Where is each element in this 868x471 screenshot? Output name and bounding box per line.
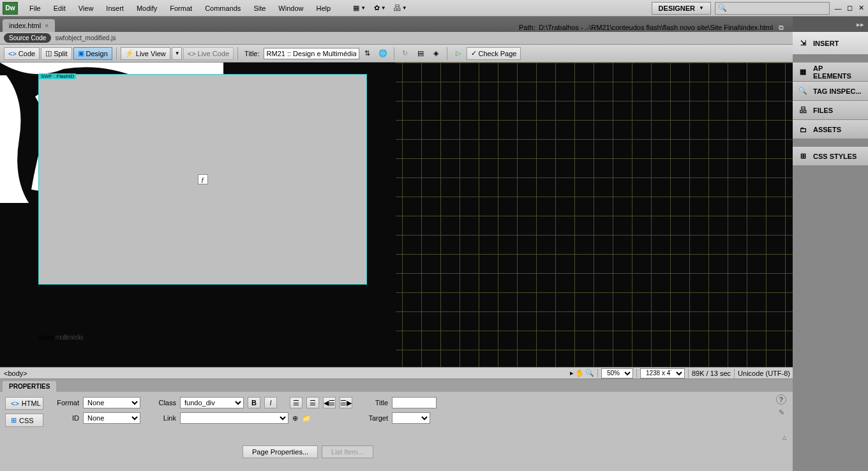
app-logo-icon: Dw bbox=[3, 2, 18, 15]
view-options-icon[interactable]: ▤ bbox=[414, 47, 428, 60]
menubar: Dw File Edit View Insert Modify Format C… bbox=[0, 0, 868, 17]
flash-label: SWF : FlashID bbox=[39, 73, 76, 79]
extensions-icon[interactable]: ✿▼ bbox=[370, 2, 389, 15]
document-path: Path: D:\Trabalhos - .-\RM21\conteudos f… bbox=[519, 24, 793, 32]
main-area: designmultimédia SWF : FlashID ƒ bbox=[0, 63, 793, 367]
check-page-button[interactable]: ✓Check Page bbox=[467, 47, 521, 60]
live-code-icon: <> bbox=[188, 50, 196, 57]
target-select[interactable] bbox=[392, 412, 430, 424]
validate-icon[interactable]: ▷ bbox=[451, 47, 465, 60]
page-title-input[interactable] bbox=[264, 48, 359, 59]
browse-folder-icon[interactable]: 📁 bbox=[302, 414, 311, 422]
outdent-button[interactable]: ◀☰ bbox=[323, 397, 336, 408]
title-label: Title: bbox=[244, 50, 259, 57]
menu-site[interactable]: Site bbox=[247, 2, 272, 15]
format-label: Format bbox=[54, 399, 79, 407]
document-tab[interactable]: index.html × bbox=[3, 19, 55, 32]
related-file-link[interactable]: swfobject_modified.js bbox=[55, 34, 116, 41]
code-icon: <> bbox=[8, 50, 17, 57]
page-properties-button[interactable]: Page Properties... bbox=[243, 445, 318, 458]
document-tab-bar: index.html × Path: D:\Trabalhos - .-\RM2… bbox=[0, 17, 793, 32]
menu-view[interactable]: View bbox=[72, 2, 100, 15]
format-select[interactable]: None bbox=[83, 397, 140, 408]
link-input[interactable] bbox=[180, 412, 288, 424]
panel-ap-elements[interactable]: ▦ AP ELEMENTS bbox=[793, 63, 868, 82]
site-icon[interactable]: 品▼ bbox=[391, 2, 410, 15]
close-icon[interactable]: ✕ bbox=[857, 4, 865, 13]
split-icon: ◫ bbox=[45, 49, 52, 57]
menu-edit[interactable]: Edit bbox=[47, 2, 72, 15]
italic-button[interactable]: I bbox=[264, 397, 277, 408]
design-canvas[interactable]: designmultimédia SWF : FlashID ƒ bbox=[0, 63, 793, 367]
split-view-button[interactable]: ◫Split bbox=[41, 47, 71, 60]
visual-aids-icon[interactable]: ◈ bbox=[429, 47, 443, 60]
document-toolbar: <>Code ◫Split ▣Design ⚡Live View ▼ <>Liv… bbox=[0, 45, 793, 63]
zoom-select[interactable]: 50% bbox=[601, 368, 633, 378]
help-icon[interactable]: ? bbox=[776, 394, 786, 405]
css-icon: ⊞ bbox=[11, 416, 17, 424]
tab-label: index.html bbox=[9, 22, 41, 29]
window-controls: — ◻ ✕ bbox=[834, 4, 865, 13]
target-label: Target bbox=[363, 414, 388, 422]
tag-breadcrumb[interactable]: <body> bbox=[0, 370, 570, 377]
menu-insert[interactable]: Insert bbox=[100, 2, 130, 15]
code-view-button[interactable]: <>Code bbox=[4, 47, 40, 60]
panel-tag-inspector[interactable]: 🔍 TAG INSPEC... bbox=[793, 82, 868, 101]
panel-insert[interactable]: ⇲ INSERT bbox=[793, 32, 868, 55]
panel-assets[interactable]: 🗀 ASSETS bbox=[793, 120, 868, 139]
panel-collapse-bar[interactable]: ▸▸ bbox=[793, 17, 868, 32]
menu-help[interactable]: Help bbox=[310, 2, 337, 15]
window-size-select[interactable]: 1238 x 471 bbox=[640, 368, 685, 378]
live-view-button[interactable]: ⚡Live View bbox=[121, 47, 170, 60]
class-select[interactable]: fundo_div bbox=[180, 397, 244, 408]
prop-title-input[interactable] bbox=[392, 397, 437, 408]
indent-button[interactable]: ☰▶ bbox=[340, 397, 352, 408]
tab-close-icon[interactable]: × bbox=[45, 22, 49, 29]
html-icon: <> bbox=[11, 400, 19, 407]
design-icon: ▣ bbox=[78, 49, 84, 57]
layout-icon[interactable]: ▦▼ bbox=[350, 2, 369, 15]
menu-window[interactable]: Window bbox=[272, 2, 310, 15]
minimize-icon[interactable]: — bbox=[834, 4, 842, 13]
css-mode-button[interactable]: ⊞CSS bbox=[5, 414, 43, 427]
preview-browser-icon[interactable]: 🌐 bbox=[376, 47, 390, 60]
ol-button[interactable]: ☰ bbox=[306, 397, 319, 408]
menu-modify[interactable]: Modify bbox=[130, 2, 163, 15]
restore-icon[interactable]: ◻ bbox=[845, 4, 854, 13]
collapse-icon[interactable]: △ bbox=[782, 435, 786, 440]
ul-button[interactable]: ☰ bbox=[290, 397, 303, 408]
open-folder-icon[interactable]: ⧉ bbox=[779, 24, 784, 31]
bold-button[interactable]: B bbox=[248, 397, 260, 408]
link-label: Link bbox=[151, 414, 176, 422]
flash-placeholder[interactable]: SWF : FlashID ƒ bbox=[38, 74, 367, 285]
related-files-bar: Source Code swfobject_modified.js bbox=[0, 32, 793, 45]
list-item-button[interactable]: List Item... bbox=[322, 445, 373, 458]
class-label: Class bbox=[151, 399, 176, 407]
properties-tab[interactable]: PROPERTIES bbox=[3, 381, 56, 392]
menu-commands[interactable]: Commands bbox=[198, 2, 247, 15]
lightning-icon: ⚡ bbox=[125, 49, 134, 57]
live-code-button[interactable]: <>Live Code bbox=[183, 47, 234, 60]
workspace-switcher[interactable]: DESIGNER▼ bbox=[652, 2, 711, 15]
menu-file[interactable]: File bbox=[23, 2, 47, 15]
zoom-tool-icon[interactable]: 🔍 bbox=[585, 369, 594, 377]
id-select[interactable]: None bbox=[83, 412, 140, 424]
html-mode-button[interactable]: <>HTML bbox=[5, 397, 43, 410]
search-input[interactable]: 🔍 bbox=[715, 2, 830, 15]
quick-tag-editor-icon[interactable]: ✎ bbox=[776, 407, 786, 417]
id-label: ID bbox=[54, 414, 79, 422]
hand-tool-icon[interactable]: ✋ bbox=[575, 369, 584, 377]
design-view-button[interactable]: ▣Design bbox=[73, 47, 112, 60]
point-to-file-icon[interactable]: ⊕ bbox=[292, 414, 298, 422]
file-management-icon[interactable]: ⇅ bbox=[361, 47, 375, 60]
panel-css-styles[interactable]: ⊞ CSS STYLES bbox=[793, 147, 868, 166]
refresh-icon[interactable]: ↻ bbox=[398, 47, 412, 60]
live-view-dropdown[interactable]: ▼ bbox=[172, 47, 182, 60]
menu-format[interactable]: Format bbox=[163, 2, 198, 15]
source-code-button[interactable]: Source Code bbox=[4, 33, 51, 43]
encoding-label: Unicode (UTF-8) bbox=[738, 370, 790, 377]
select-tool-icon[interactable]: ▸ bbox=[570, 369, 574, 377]
flash-icon: ƒ bbox=[198, 174, 208, 184]
panel-files[interactable]: 品 FILES bbox=[793, 101, 868, 120]
assets-icon: 🗀 bbox=[798, 124, 808, 135]
